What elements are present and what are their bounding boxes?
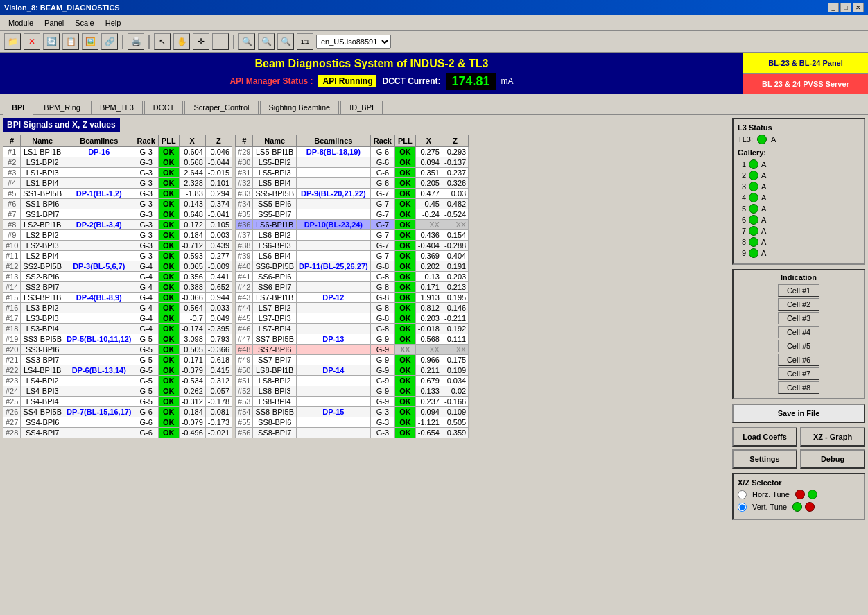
row-name: SS3-BPI7 <box>21 355 64 365</box>
left-table-scroll[interactable]: # Name Beamlines Rack PLL X Z #1 LS1-BPI… <box>3 135 232 606</box>
tl3-led <box>757 135 767 144</box>
panel-btn2[interactable]: BL 23 & 24 PVSS Server <box>743 74 868 95</box>
horz-tune-radio[interactable] <box>738 490 747 499</box>
row-rack: G-8 <box>370 303 394 313</box>
maximize-button[interactable]: □ <box>840 3 851 12</box>
row-name: LS2-BPI2 <box>21 230 64 241</box>
zoom-in-button[interactable]: 🔍 <box>258 33 275 50</box>
vert-tune-radio[interactable] <box>738 503 747 512</box>
locale-select[interactable]: en_US.iso88591 <box>316 35 391 49</box>
cell-button[interactable]: Cell #1 <box>778 284 819 297</box>
tab-bpi[interactable]: BPI <box>3 101 33 115</box>
row-pll: OK <box>158 189 179 199</box>
cell-button[interactable]: Cell #6 <box>778 354 819 366</box>
row-name: SS8-BPI7 <box>253 428 297 438</box>
row-z: -0.395 <box>205 324 232 334</box>
minimize-button[interactable]: _ <box>828 3 839 12</box>
menu-panel[interactable]: Panel <box>39 17 69 28</box>
row-num: #54 <box>236 407 253 417</box>
row-rack: G-3 <box>134 157 158 168</box>
cell-button[interactable]: Cell #3 <box>778 312 819 324</box>
open-button[interactable]: 📁 <box>4 33 21 50</box>
table-row: #27 SS4-BPI6 G-6 OK -0.079 -0.173 <box>3 417 232 428</box>
row-pll: OK <box>394 428 415 438</box>
xz-graph-button[interactable]: XZ - Graph <box>800 427 865 447</box>
hand-button[interactable]: ✋ <box>173 33 190 50</box>
gallery-num: 2 <box>738 171 746 180</box>
network-button[interactable]: 🔗 <box>101 33 118 50</box>
table-row: #54 SS8-BPI5B DP-15 G-3 OK -0.094 -0.109 <box>236 407 469 417</box>
load-coeffs-button[interactable]: Load Coeffs <box>732 427 797 447</box>
row-name: LS4-BPI3 <box>21 386 64 397</box>
row-z: 0.359 <box>442 428 468 438</box>
tab-scraper[interactable]: Scraper_Control <box>184 101 258 114</box>
row-pll: OK <box>158 168 179 178</box>
row-name: SS2-BPI5B <box>21 261 64 272</box>
table-row: #13 SS2-BPI6 G-4 OK 0.356 0.441 <box>3 272 232 282</box>
row-name: SS8-BPI5B <box>253 407 297 417</box>
move-button[interactable]: ✛ <box>193 33 209 50</box>
zoom-out-button[interactable]: 🔍 <box>277 33 294 50</box>
row-beamline <box>64 209 134 220</box>
row-num: #7 <box>3 209 21 220</box>
table-row: #41 SS6-BPI6 G-8 OK 0.13 0.203 <box>236 272 469 282</box>
settings-button[interactable]: Settings <box>732 449 797 469</box>
gallery-status: A <box>761 227 766 235</box>
gallery-led <box>749 237 758 247</box>
tl3-status: A <box>771 135 776 144</box>
cell-button[interactable]: Cell #8 <box>778 381 819 394</box>
menu-help[interactable]: Help <box>100 17 127 28</box>
row-beamline <box>64 241 134 251</box>
row-beamline <box>297 428 371 438</box>
row-pll: OK <box>158 251 179 261</box>
row-x: -0.7 <box>179 313 205 324</box>
row-beamline <box>64 345 134 355</box>
stop-button[interactable]: ✕ <box>24 33 40 50</box>
cell-button[interactable]: Cell #4 <box>778 326 819 338</box>
menu-module[interactable]: Module <box>3 17 39 28</box>
save-file-button[interactable]: Save in File <box>732 404 865 423</box>
gallery-num: 7 <box>738 227 746 235</box>
tool5-button[interactable]: 🖼️ <box>82 33 98 50</box>
row-x: -0.593 <box>179 251 205 261</box>
tab-id-bpi[interactable]: ID_BPI <box>340 101 383 114</box>
zoom-100-button[interactable]: 1:1 <box>297 33 313 50</box>
tab-bpm-tl3[interactable]: BPM_TL3 <box>91 101 143 114</box>
print-button[interactable]: 🖨️ <box>128 33 144 50</box>
row-rack: G-4 <box>134 282 158 293</box>
refresh-button[interactable]: 🔄 <box>43 33 60 50</box>
tab-bpm-ring[interactable]: BPM_Ring <box>35 101 89 114</box>
row-rack: G-5 <box>134 355 158 365</box>
row-num: #44 <box>236 303 253 313</box>
row-z: 0.505 <box>442 417 468 428</box>
separator3 <box>233 35 234 49</box>
debug-button[interactable]: Debug <box>800 449 865 469</box>
tab-sighting[interactable]: Sighting Beamline <box>260 101 340 114</box>
tool4-button[interactable]: 📋 <box>62 33 79 50</box>
cell-button[interactable]: Cell #2 <box>778 298 819 311</box>
tab-dcct[interactable]: DCCT <box>144 101 184 114</box>
row-num: #19 <box>3 334 21 345</box>
row-num: #50 <box>236 365 253 376</box>
row-beamline <box>297 178 371 189</box>
cell-button[interactable]: Cell #5 <box>778 340 819 352</box>
row-z: 0.033 <box>205 303 232 313</box>
panel-btn1[interactable]: BL-23 & BL-24 Panel <box>743 53 868 74</box>
close-button[interactable]: ✕ <box>853 3 864 12</box>
zoom-button[interactable]: □ <box>212 33 229 50</box>
title-bar: Vision_8: BEAM_DIAGNOSTICS _ □ ✕ <box>0 0 868 15</box>
row-num: #18 <box>3 324 21 334</box>
row-name: LS8-BPI2 <box>253 376 297 386</box>
row-beamline: DP-13 <box>297 334 371 345</box>
horz-led-green <box>808 490 817 499</box>
find-button[interactable]: 🔍 <box>238 33 255 50</box>
gallery-led <box>749 159 758 169</box>
row-pll: OK <box>394 324 415 334</box>
cursor-button[interactable]: ↖ <box>154 33 171 50</box>
cell-button[interactable]: Cell #7 <box>778 367 819 380</box>
right-table-scroll[interactable]: # Name Beamlines Rack PLL X Z #29 LS5-BP… <box>235 135 469 606</box>
row-num: #1 <box>3 147 21 157</box>
table-row: #26 SS4-BPI5B DP-7(BL-15,16,17) G-6 OK 0… <box>3 407 232 417</box>
menu-scale[interactable]: Scale <box>69 17 100 28</box>
gallery-led <box>749 204 758 214</box>
